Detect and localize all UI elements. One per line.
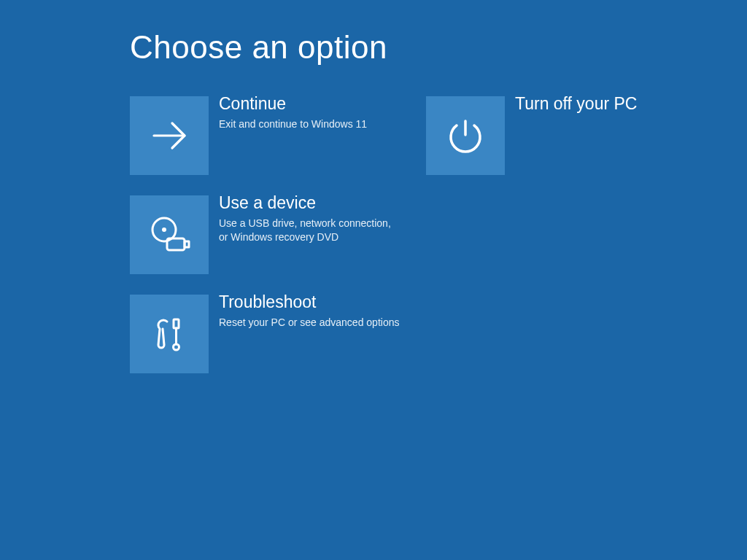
- power-icon: [426, 96, 505, 175]
- svg-rect-5: [174, 319, 179, 328]
- options-column-left: Continue Exit and continue to Windows 11…: [130, 96, 407, 373]
- continue-desc: Exit and continue to Windows 11: [219, 117, 367, 131]
- page-title: Choose an option: [130, 29, 747, 66]
- troubleshoot-tile[interactable]: Troubleshoot Reset your PC or see advanc…: [130, 295, 407, 373]
- continue-tile-text: Continue Exit and continue to Windows 11: [209, 96, 367, 175]
- use-device-tile[interactable]: Use a device Use a USB drive, network co…: [130, 195, 407, 274]
- options-column-right: Turn off your PC: [426, 96, 703, 373]
- troubleshoot-tile-text: Troubleshoot Reset your PC or see advanc…: [209, 295, 399, 373]
- turn-off-tile-text: Turn off your PC: [505, 96, 637, 175]
- svg-rect-4: [185, 241, 189, 247]
- continue-title: Continue: [219, 95, 367, 113]
- use-device-title: Use a device: [219, 194, 401, 212]
- use-device-tile-text: Use a device Use a USB drive, network co…: [209, 195, 401, 274]
- svg-point-2: [162, 228, 166, 232]
- arrow-right-icon: [130, 96, 209, 175]
- troubleshoot-title: Troubleshoot: [219, 293, 399, 311]
- svg-point-7: [174, 344, 179, 350]
- options-columns: Continue Exit and continue to Windows 11…: [130, 96, 747, 373]
- continue-tile[interactable]: Continue Exit and continue to Windows 11: [130, 96, 407, 175]
- turn-off-title: Turn off your PC: [515, 95, 637, 113]
- turn-off-tile[interactable]: Turn off your PC: [426, 96, 703, 175]
- troubleshoot-desc: Reset your PC or see advanced options: [219, 316, 399, 330]
- winre-choose-option-screen: Choose an option Continue Exit and conti…: [0, 0, 747, 560]
- disc-usb-icon: [130, 195, 209, 274]
- tools-icon: [130, 295, 209, 373]
- use-device-desc: Use a USB drive, network connection, or …: [219, 217, 401, 244]
